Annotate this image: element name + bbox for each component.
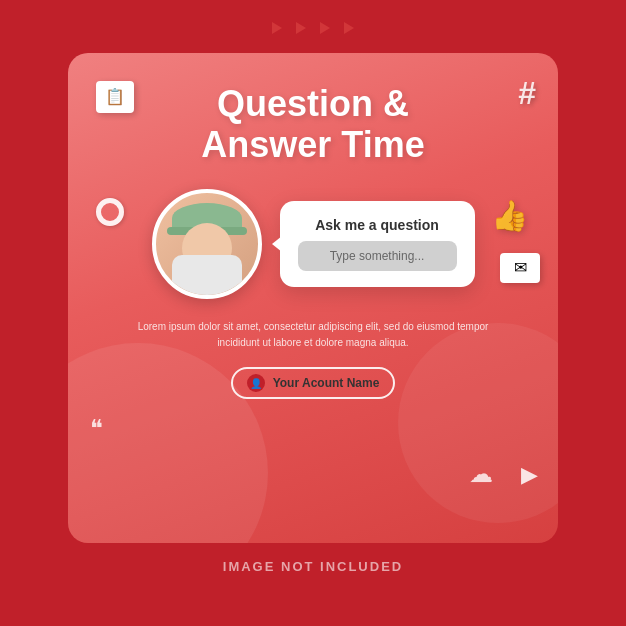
arrow-icon-4 — [344, 22, 354, 34]
book-icon: 📋 — [96, 81, 134, 113]
arrow-icon-3 — [320, 22, 330, 34]
qa-input[interactable]: Type something... — [298, 241, 457, 271]
qa-box: Ask me a question Type something... — [280, 201, 475, 287]
outer-wrapper: 📋 # 👍 ✉ ❝ ☁ ▶ Question & Answer Time — [0, 0, 626, 626]
hashtag-icon: # — [518, 75, 536, 112]
arrow-icon-1 — [272, 22, 282, 34]
cursor-icon: ▶ — [521, 462, 538, 488]
ring-icon — [96, 198, 124, 226]
avatar-person — [156, 193, 258, 295]
account-name: Your Acount Name — [273, 376, 380, 390]
avatar-container — [152, 189, 262, 299]
arrow-icon-2 — [296, 22, 306, 34]
mail-shape: ✉ — [500, 253, 540, 283]
book-shape: 📋 — [96, 81, 134, 113]
quote-icon: ❝ — [90, 415, 103, 443]
main-card: 📋 # 👍 ✉ ❝ ☁ ▶ Question & Answer Time — [68, 53, 558, 543]
ring-shape — [96, 198, 124, 226]
lorem-text: Lorem ipsum dolor sit amet, consectetur … — [123, 319, 503, 351]
avatar — [152, 189, 262, 299]
cloud-icon: ☁ — [469, 460, 493, 488]
account-badge[interactable]: 👤 Your Acount Name — [231, 367, 396, 399]
like-icon: 👍 — [491, 198, 528, 233]
bottom-label: IMAGE NOT INCLUDED — [223, 559, 403, 574]
top-arrows-decoration — [272, 22, 354, 34]
avatar-body — [172, 255, 242, 295]
mail-icon: ✉ — [500, 253, 540, 283]
middle-section: Ask me a question Type something... — [98, 189, 528, 299]
account-icon: 👤 — [247, 374, 265, 392]
qa-title: Ask me a question — [298, 217, 457, 233]
card-title: Question & Answer Time — [201, 83, 424, 166]
